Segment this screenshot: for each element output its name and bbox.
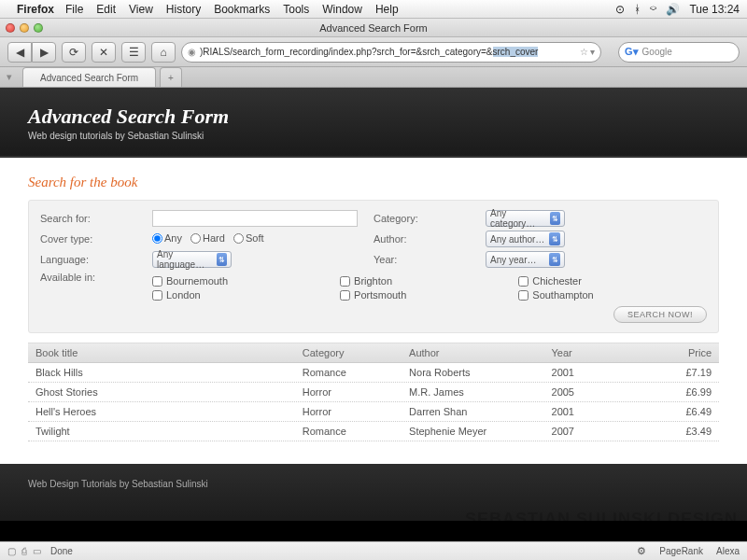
check-southampton[interactable]: Southampton — [518, 289, 593, 301]
back-button[interactable]: ◀ — [7, 42, 32, 63]
status-done: Done — [50, 546, 73, 556]
window-titlebar: Advanced Search Form — [0, 19, 747, 37]
browser-search-box[interactable]: G▾ Google — [618, 42, 740, 63]
th-year: Year — [552, 347, 632, 358]
home-button[interactable]: ⌂ — [151, 42, 176, 63]
cell-year: 2001 — [552, 406, 632, 417]
bluetooth-icon[interactable]: ᚼ — [634, 3, 641, 16]
stop-button[interactable]: ✕ — [92, 42, 116, 63]
tablist-dropdown-icon[interactable]: ▾ — [0, 67, 19, 87]
cell-author: M.R. James — [409, 386, 551, 398]
cover-type-radios: Any Hard Soft — [152, 232, 270, 245]
menu-bookmarks[interactable]: Bookmarks — [214, 3, 270, 16]
status-icon-3[interactable]: ▭ — [33, 546, 41, 556]
menubar-clock[interactable]: Tue 13:24 — [689, 3, 740, 16]
minimize-window-button[interactable] — [20, 23, 29, 33]
menu-view[interactable]: View — [129, 3, 153, 16]
check-portsmouth[interactable]: Portsmouth — [340, 289, 406, 301]
available-in-checks: Bournemouth London Brighton Portsmouth C… — [152, 275, 594, 301]
gear-icon[interactable]: ⚙ — [637, 545, 646, 557]
status-pagerank[interactable]: PageRank — [659, 546, 703, 556]
bookmark-star-icon[interactable]: ☆ — [580, 47, 588, 57]
zoom-window-button[interactable] — [34, 23, 43, 33]
menubar-app[interactable]: Firefox — [17, 3, 54, 16]
table-row: Hell's Heroes Horror Darren Shan 2001 £6… — [28, 402, 719, 422]
wifi-icon[interactable]: ⌔ — [650, 3, 656, 16]
cell-price: £6.99 — [631, 386, 712, 398]
chevron-updown-icon: ⇅ — [549, 253, 560, 266]
menu-tools[interactable]: Tools — [283, 3, 309, 16]
browser-statusbar: ▢ ⎙ ▭ Done ⚙ PageRank Alexa — [0, 541, 747, 560]
cell-title: Twilight — [35, 426, 303, 437]
cell-author: Darren Shan — [409, 406, 551, 417]
footer-text: Web Design Tutorials by Sebastian Sulins… — [28, 479, 208, 489]
th-category: Category — [303, 347, 409, 358]
label-category: Category: — [374, 213, 486, 224]
search-placeholder: Google — [642, 47, 672, 57]
window-title: Advanced Search Form — [319, 22, 428, 34]
cell-year: 2005 — [552, 386, 632, 398]
page-subtitle: Web design tutorials by Sebastian Sulins… — [28, 131, 719, 141]
cell-title: Hell's Heroes — [35, 406, 303, 417]
year-select[interactable]: Any year…⇅ — [486, 251, 565, 268]
check-chichester[interactable]: Chichester — [518, 275, 593, 287]
label-language: Language: — [40, 254, 152, 265]
chevron-updown-icon: ⇅ — [217, 253, 227, 266]
status-icon-1[interactable]: ▢ — [7, 546, 16, 556]
check-brighton[interactable]: Brighton — [340, 275, 406, 287]
tab-active[interactable]: Advanced Search Form — [22, 67, 156, 87]
label-author: Author: — [374, 233, 486, 245]
cell-category: Horror — [303, 406, 409, 417]
language-select[interactable]: Any language…⇅ — [152, 251, 232, 268]
new-tab-button[interactable]: + — [160, 67, 182, 87]
label-year: Year: — [374, 254, 486, 265]
page-content: Search for the book Search for: Category… — [0, 158, 747, 464]
cell-author: Nora Roberts — [409, 367, 551, 378]
radio-hard[interactable]: Hard — [190, 232, 225, 244]
th-price: Price — [631, 347, 712, 358]
check-london[interactable]: London — [152, 289, 228, 301]
radio-any[interactable]: Any — [152, 232, 182, 244]
search-form: Search for: Category: Any category…⇅ Cov… — [28, 200, 719, 333]
volume-icon[interactable]: 🔊 — [666, 3, 680, 16]
author-select[interactable]: Any author…⇅ — [486, 231, 565, 247]
forward-button[interactable]: ▶ — [32, 42, 56, 63]
cell-category: Romance — [303, 367, 409, 378]
page-viewport: Advanced Search Form Web design tutorial… — [0, 88, 747, 521]
chevron-updown-icon: ⇅ — [549, 232, 560, 245]
menu-history[interactable]: History — [166, 3, 201, 16]
page-footer: Web Design Tutorials by Sebastian Sulins… — [0, 464, 747, 521]
th-author: Author — [409, 347, 551, 358]
menu-window[interactable]: Window — [322, 3, 362, 16]
close-window-button[interactable] — [6, 23, 15, 33]
menu-file[interactable]: File — [65, 3, 83, 16]
check-bournemouth[interactable]: Bournemouth — [152, 275, 228, 287]
radio-soft[interactable]: Soft — [233, 232, 264, 244]
search-now-button[interactable]: SEARCH NOW! — [613, 306, 707, 323]
cell-category: Horror — [303, 386, 409, 398]
browser-toolbar: ◀ ▶ ⟳ ✕ ☰ ⌂ ◉ )RIALS/search_form_recordi… — [0, 37, 747, 67]
mac-menubar: Firefox File Edit View History Bookmarks… — [0, 0, 747, 19]
status-alexa[interactable]: Alexa — [716, 546, 740, 556]
table-row: Ghost Stories Horror M.R. James 2005 £6.… — [28, 383, 719, 402]
search-for-input[interactable] — [152, 210, 358, 227]
page-header: Advanced Search Form Web design tutorial… — [0, 88, 747, 158]
table-header-row: Book title Category Author Year Price — [28, 343, 719, 363]
results-table: Book title Category Author Year Price Bl… — [28, 343, 719, 441]
category-select[interactable]: Any category…⇅ — [486, 210, 565, 227]
cell-year: 2007 — [552, 426, 632, 437]
label-cover-type: Cover type: — [40, 233, 152, 245]
traffic-lights — [6, 23, 43, 33]
site-identity-icon[interactable]: ◉ — [188, 47, 196, 57]
status-icon-2[interactable]: ⎙ — [21, 546, 27, 556]
readlater-button[interactable]: ☰ — [121, 42, 146, 63]
label-search-for: Search for: — [40, 213, 152, 224]
url-bar[interactable]: ◉ )RIALS/search_form_recording/index.php… — [181, 42, 601, 63]
chevron-updown-icon: ⇅ — [550, 212, 560, 225]
spotlight-icon[interactable]: ⊙ — [615, 3, 625, 16]
reload-button[interactable]: ⟳ — [62, 42, 86, 63]
cell-price: £3.49 — [631, 426, 712, 437]
menu-help[interactable]: Help — [375, 3, 399, 16]
url-dropdown-icon[interactable]: ▾ — [590, 47, 595, 57]
menu-edit[interactable]: Edit — [96, 3, 116, 16]
